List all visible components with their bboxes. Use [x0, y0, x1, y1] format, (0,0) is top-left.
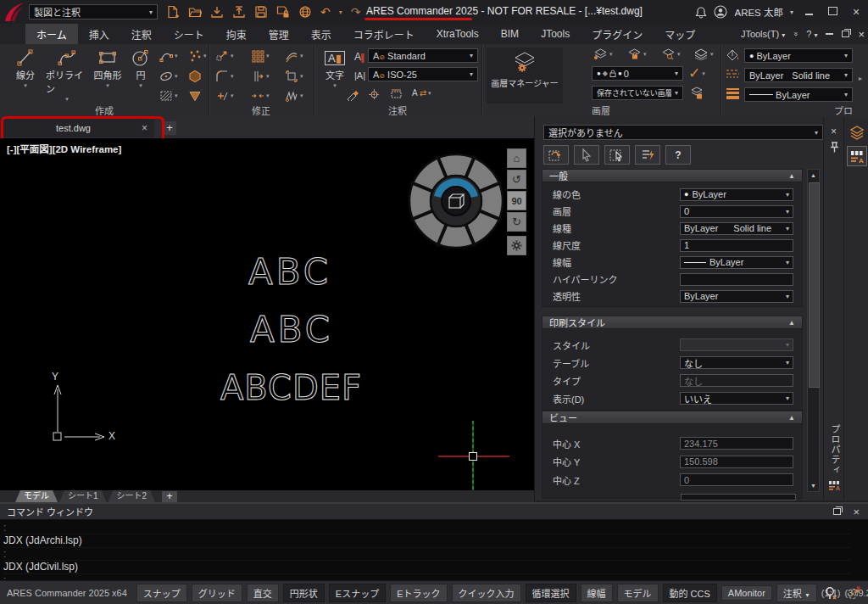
- export-sheet-icon[interactable]: [232, 5, 246, 19]
- rotate-90-button[interactable]: 90: [507, 191, 526, 210]
- document-tab[interactable]: test.dwg ×: [3, 119, 154, 137]
- property-value[interactable]: ●なし▾: [680, 356, 793, 369]
- ellipse-tool[interactable]: ▾: [159, 70, 178, 83]
- dim-style-dropdown[interactable]: A⊘ ISO-25▾: [368, 67, 478, 81]
- ribbon-tab[interactable]: プラグイン: [581, 24, 654, 44]
- workspace-dropdown[interactable]: 製図と注釈 ▾: [29, 4, 158, 20]
- section-header-printstyle[interactable]: 印刷スタイル▲: [542, 316, 803, 329]
- layer-states-tool[interactable]: ▾: [693, 48, 714, 60]
- drawing-canvas[interactable]: [-][平面図][2D Wireframe] ABC ABC ABCDEF: [0, 138, 534, 490]
- linetype-dropdown[interactable]: ByLayerSolid line▾: [744, 68, 853, 82]
- maximize-button[interactable]: [824, 6, 841, 18]
- undo-icon[interactable]: ↶: [320, 5, 331, 19]
- save-icon[interactable]: [254, 5, 268, 19]
- layer-apply[interactable]: ✓ ▾: [688, 64, 705, 82]
- user-avatar-icon[interactable]: [714, 5, 727, 19]
- status-toggle-button[interactable]: 線幅: [581, 584, 613, 602]
- select-arrow-button[interactable]: [574, 145, 599, 165]
- home-view-button[interactable]: ⌂: [507, 148, 526, 168]
- wheel-settings-button[interactable]: [507, 236, 526, 255]
- constraints-monitor-icon[interactable]: [846, 585, 862, 601]
- status-toggle-button[interactable]: AMonitor: [721, 585, 772, 601]
- navigation-wheel[interactable]: [407, 152, 505, 250]
- sheet-tab[interactable]: シート2: [108, 490, 156, 502]
- trim-corner-tool[interactable]: ▾: [215, 89, 234, 103]
- lineweight-icon[interactable]: [726, 87, 740, 99]
- undo-dropdown-icon[interactable]: ▾: [339, 8, 342, 16]
- property-value[interactable]: ●ByLayer▾: [680, 188, 793, 201]
- select-entities-button[interactable]: [543, 145, 569, 165]
- redo-icon[interactable]: ↷: [351, 5, 361, 19]
- lineweight-dropdown[interactable]: ByLayer▾: [744, 87, 853, 102]
- status-toggle-button[interactable]: クイック入力: [452, 584, 521, 602]
- command-close-icon[interactable]: ×: [853, 506, 860, 518]
- layer-dropdown[interactable]: ● ◆ ● 0▾: [592, 66, 683, 81]
- ribbon-scroll-right-icon[interactable]: ▸: [859, 75, 862, 82]
- close-button[interactable]: ×: [848, 5, 865, 19]
- sheet-tab[interactable]: モデル: [15, 490, 58, 502]
- user-name[interactable]: ARES 太郎: [734, 5, 783, 19]
- clip-tool[interactable]: ▾: [285, 70, 303, 83]
- circle-button[interactable]: 円▾: [127, 48, 154, 89]
- add-sheet-button[interactable]: +: [162, 491, 177, 502]
- layer-state-save-icon[interactable]: [690, 87, 704, 99]
- status-toggle-button[interactable]: 循環選択: [526, 584, 576, 602]
- text-button[interactable]: A▮ 文字▾: [320, 48, 349, 89]
- property-value[interactable]: ●0▾: [680, 205, 793, 218]
- leader-tool[interactable]: [346, 88, 359, 101]
- layer-on-tool[interactable]: ▾: [593, 48, 613, 59]
- palette-close-icon[interactable]: ×: [831, 126, 837, 137]
- dimension-tool[interactable]: [390, 88, 403, 101]
- status-toggle-button[interactable]: 円形状: [283, 584, 325, 602]
- centermark-tool[interactable]: [368, 88, 381, 101]
- ribbon-collapse-icon[interactable]: »: [792, 31, 800, 36]
- property-value[interactable]: ●ByLayerSolid line▾: [680, 222, 793, 235]
- selection-dropdown[interactable]: 選択がありません▾: [543, 125, 823, 140]
- property-value[interactable]: ●▾: [680, 273, 793, 286]
- explode-tool[interactable]: ▾: [285, 89, 303, 103]
- user-menu-chevron-icon[interactable]: ▾: [790, 8, 793, 16]
- ribbon-tab[interactable]: 管理: [258, 24, 300, 44]
- ribbon-tab[interactable]: BIM: [490, 24, 530, 44]
- color-paint-icon[interactable]: [726, 48, 740, 62]
- command-lines[interactable]: :JDX (JdArchi.lsp):JDX (JdCivil.lsp):: [3, 522, 851, 587]
- property-value[interactable]: ●▾: [680, 338, 793, 351]
- scroll-down-icon[interactable]: ▼: [808, 480, 819, 491]
- jtools-menu[interactable]: JTools(T) ▾: [741, 29, 785, 39]
- doc-close-icon[interactable]: ×: [858, 28, 865, 41]
- new-file-icon[interactable]: [166, 5, 180, 19]
- command-float-icon[interactable]: [833, 508, 841, 515]
- ribbon-tab[interactable]: XtraTools: [426, 24, 490, 44]
- tab-close-icon[interactable]: ×: [142, 122, 147, 134]
- sheet-tab[interactable]: シート1: [59, 490, 107, 502]
- hatch-tool[interactable]: ▾: [159, 89, 178, 103]
- layer-lock-tool[interactable]: ▾: [627, 48, 647, 59]
- section-header-general[interactable]: 一般▲: [542, 169, 803, 182]
- offset-tool[interactable]: ▾: [285, 49, 303, 63]
- property-value[interactable]: 234.175▾: [680, 437, 793, 450]
- rectangle-button[interactable]: 四角形▾: [90, 48, 125, 89]
- annotation-scale-dropdown[interactable]: 注釈 ▼: [776, 584, 817, 602]
- property-value[interactable]: ●なし▾: [680, 374, 793, 387]
- line-button[interactable]: 線分▾: [7, 48, 44, 89]
- rotate-ccw-button[interactable]: ↺: [507, 170, 526, 189]
- polygon-tool[interactable]: [188, 70, 202, 83]
- help-button[interactable]: ?: [665, 145, 691, 165]
- status-toggle-button[interactable]: モデル: [617, 584, 659, 602]
- property-value[interactable]: 150.598▾: [680, 456, 793, 468]
- text-align-tool[interactable]: A⇄▾: [412, 88, 431, 98]
- stretch-tool[interactable]: ▾: [251, 70, 270, 83]
- command-window-header[interactable]: コマンド ウィンドウ ×: [0, 504, 868, 520]
- ribbon-tab[interactable]: コラボレート: [342, 24, 426, 44]
- property-value[interactable]: 0▾: [680, 473, 793, 486]
- join-tool[interactable]: ▾: [251, 89, 270, 103]
- status-toggle-button[interactable]: Eトラック: [390, 584, 447, 602]
- ribbon-tab[interactable]: シート: [163, 24, 215, 44]
- select-region-button[interactable]: [604, 145, 630, 165]
- text-spacing-icon[interactable]: |A|: [354, 67, 365, 82]
- ribbon-tab[interactable]: ホーム: [25, 24, 78, 44]
- viewport-label[interactable]: [-][平面図][2D Wireframe]: [7, 142, 121, 155]
- move-tool[interactable]: ▾: [215, 49, 234, 63]
- open-file-icon[interactable]: [188, 5, 202, 19]
- rotate-cw-button[interactable]: ↻: [507, 212, 526, 232]
